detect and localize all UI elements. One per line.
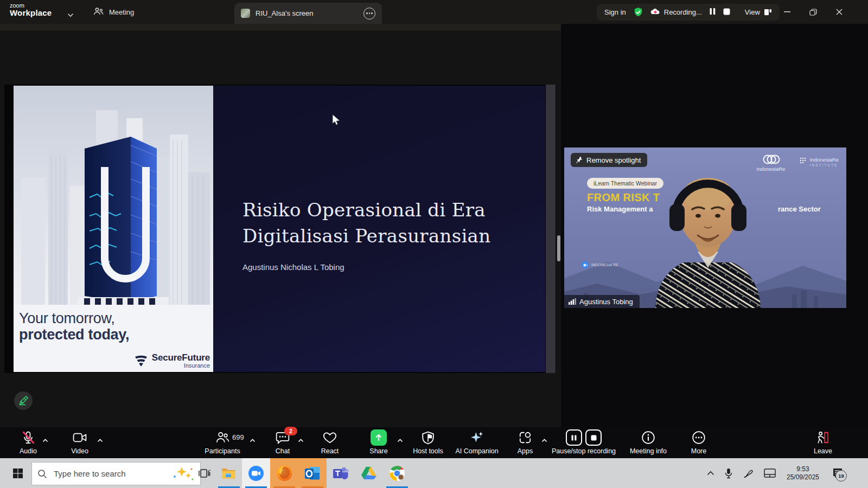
ai-companion-sparkle-icon — [470, 431, 484, 445]
recording-label: Recording... — [664, 8, 702, 16]
titlebar-status-cluster: Sign in Recording... View — [597, 4, 780, 21]
speaker-name-label: Agustinus Tobing — [579, 298, 633, 306]
tray-show-hidden-button[interactable] — [701, 458, 720, 488]
tray-pen-button[interactable] — [739, 458, 758, 488]
tray-chevron-up-icon — [707, 471, 714, 476]
task-view-icon — [199, 468, 210, 478]
firefox-icon — [276, 465, 292, 481]
window-minimize-button[interactable] — [775, 0, 800, 24]
stop-record-icon[interactable] — [585, 429, 602, 446]
slide-right-panel: Risiko Operasional di Era Digitalisasi P… — [213, 86, 545, 372]
tagline-line2: protected today, — [19, 328, 129, 342]
pause-recording-icon[interactable] — [709, 8, 716, 17]
city-building-illustration — [14, 86, 213, 309]
start-button[interactable] — [5, 458, 30, 488]
taskbar-clock[interactable]: 9:53 25/09/2025 — [781, 458, 825, 488]
institute-logo-sublabel: INSTITUTE — [810, 164, 839, 168]
indonesiare-institute-logo: IndonesiaRe INSTITUTE — [800, 157, 839, 167]
file-explorer-button[interactable] — [215, 458, 242, 488]
slide-author: Agustinus Nicholas L Tobing — [242, 262, 344, 272]
recording-cloud-icon — [650, 8, 660, 17]
chrome-icon — [389, 465, 405, 481]
clock-date: 25/09/2025 — [787, 473, 819, 481]
leave-icon — [816, 431, 830, 445]
search-icon — [37, 469, 47, 479]
windows-start-icon — [13, 468, 23, 478]
task-view-button[interactable] — [191, 458, 218, 488]
remove-spotlight-button[interactable]: Remove spotlight — [571, 153, 647, 167]
tab-meeting[interactable]: Meeting — [93, 4, 134, 20]
slide-left-panel: Your tomorrow, protected today, SecureFu… — [14, 86, 213, 372]
securefuture-logo: SecureFuture Insurance — [134, 353, 210, 369]
drive-icon — [361, 466, 376, 480]
tab-options-ellipsis-icon[interactable] — [363, 8, 375, 20]
notification-count-badge: 19 — [835, 470, 847, 481]
pin-icon — [576, 157, 583, 164]
scrollbar-thumb[interactable] — [557, 235, 560, 261]
screen-thumbnail-icon — [241, 9, 250, 18]
notification-center-button[interactable]: 19 — [827, 458, 848, 488]
more-button[interactable]: More — [658, 429, 739, 455]
apps-icon — [518, 431, 532, 445]
window-close-button[interactable] — [827, 0, 852, 24]
tab-shared-screen[interactable]: RIU_Alsa's screen — [234, 3, 382, 24]
stop-recording-icon[interactable] — [723, 8, 730, 17]
host-tools-shield-icon — [422, 431, 435, 445]
leave-button[interactable]: Leave — [782, 429, 864, 455]
speaker-video-tile[interactable]: iLearn Thematic Webinar FROM RISK T Risk… — [564, 147, 846, 308]
more-ellipsis-icon — [692, 431, 706, 445]
tray-pen-icon — [743, 468, 754, 479]
leave-label: Leave — [782, 447, 864, 455]
share-screen-icon — [371, 429, 387, 446]
speaker-person — [646, 166, 770, 308]
webinar-subheadline: Risk Management a — [587, 205, 653, 213]
zoom-workplace-logo: zoom Workplace — [10, 2, 52, 18]
slide-title-line1: Risiko Operasional di Era — [242, 197, 490, 223]
google-drive-button[interactable] — [355, 458, 382, 488]
info-icon — [641, 431, 655, 445]
view-button-label: View — [745, 8, 760, 16]
search-placeholder: Type here to search — [54, 469, 165, 478]
clock-time: 9:53 — [796, 465, 809, 473]
recording-indicator: Recording... — [650, 8, 702, 17]
outlook-button[interactable] — [299, 458, 326, 488]
chevron-down-icon[interactable] — [67, 10, 74, 20]
security-shield-check-icon[interactable] — [633, 7, 643, 17]
view-layout-icon — [764, 9, 772, 16]
taskbar-search[interactable]: Type here to search — [31, 462, 201, 485]
tray-mic-button[interactable] — [719, 458, 738, 488]
chrome-button[interactable] — [384, 458, 411, 488]
tray-mic-icon — [725, 468, 732, 479]
webinar-subheadline-right: rance Sector — [778, 205, 821, 213]
video-options-chevron-icon[interactable] — [97, 435, 103, 445]
video-button[interactable]: Video — [39, 429, 120, 455]
presenter-window-edge — [546, 85, 556, 373]
institute-logo-label: IndonesiaRe — [810, 157, 839, 163]
outlook-icon — [304, 466, 321, 481]
speaker-nametag: Agustinus Tobing — [564, 295, 640, 308]
firefox-button[interactable] — [271, 458, 298, 488]
pause-record-icon[interactable] — [566, 429, 582, 446]
brand-name: SecureFuture — [152, 353, 210, 362]
annotate-pencil-icon — [18, 396, 28, 406]
window-restore-button[interactable] — [801, 0, 826, 24]
participants-icon — [215, 431, 229, 444]
zoom-app-button[interactable] — [242, 458, 270, 488]
brand-sub: Insurance — [152, 363, 210, 369]
slide-title-line2: Digitalisasi Perasuransian — [242, 223, 490, 249]
teams-icon — [333, 466, 349, 480]
camera-icon — [73, 432, 87, 444]
signal-bars-icon — [569, 298, 576, 305]
more-label: More — [658, 447, 739, 455]
video-watermark: INDONESIA RE — [582, 261, 618, 268]
annotate-button[interactable] — [14, 391, 33, 410]
mouse-cursor-icon — [332, 114, 341, 129]
tray-touchpad-button[interactable] — [760, 458, 780, 488]
video-label: Video — [39, 447, 120, 455]
slide-tagline: Your tomorrow, protected today, — [19, 311, 129, 342]
teams-button[interactable] — [327, 458, 354, 488]
view-button[interactable]: View — [745, 8, 772, 16]
watermark-camera-icon — [582, 261, 589, 268]
sign-in-button[interactable]: Sign in — [604, 8, 626, 16]
meeting-people-icon — [93, 7, 104, 17]
